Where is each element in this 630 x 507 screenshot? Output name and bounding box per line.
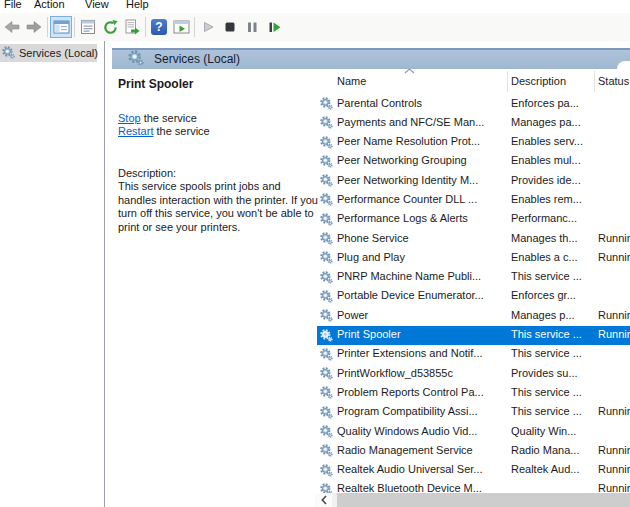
service-name-cell: Power <box>337 309 368 321</box>
refresh-icon <box>102 19 119 36</box>
stop-service-suffix: the service <box>141 112 197 124</box>
forward-button[interactable] <box>23 16 45 38</box>
service-name-cell: Parental Controls <box>337 97 422 109</box>
restart-service-button[interactable] <box>263 16 285 38</box>
service-row[interactable]: Plug and Play Enables a c... Running <box>317 248 630 267</box>
refresh-button[interactable] <box>99 16 121 38</box>
back-icon <box>3 18 21 36</box>
service-row[interactable]: Realtek Bluetooth Device M... Running <box>317 480 630 494</box>
service-row[interactable]: Program Compatibility Assi... This servi… <box>317 403 630 422</box>
service-gear-icon <box>320 155 333 168</box>
service-description-cell: Provides su... <box>511 367 578 379</box>
service-description-cell: This service ... <box>511 347 582 359</box>
start-service-button[interactable] <box>197 16 219 38</box>
service-row[interactable]: Printer Extensions and Notif... This ser… <box>317 345 630 364</box>
service-row[interactable]: Quality Windows Audio Vid... Quality Win… <box>317 422 630 441</box>
service-status-cell: Running <box>598 232 630 244</box>
toolbar-separator <box>194 17 195 37</box>
properties-icon <box>80 19 96 35</box>
service-row[interactable]: Peer Networking Identity M... Provides i… <box>317 171 630 190</box>
description-label: Description: <box>118 167 176 179</box>
restart-service-link[interactable]: Restart <box>118 125 153 137</box>
service-row[interactable]: Parental Controls Enforces pa... <box>317 94 630 113</box>
service-status-cell: Running <box>598 251 630 263</box>
header-corner-decoration <box>617 61 630 69</box>
restart-service-suffix: the service <box>153 125 209 137</box>
service-row[interactable]: Performance Counter DLL ... Enables rem.… <box>317 190 630 209</box>
service-status-cell: Running <box>598 328 630 340</box>
export-list-button[interactable] <box>121 16 143 38</box>
stop-service-link[interactable]: Stop <box>118 112 141 124</box>
service-description-cell: Enables rem... <box>511 193 582 205</box>
stop-service-button[interactable] <box>219 16 241 38</box>
horizontal-scrollbar[interactable] <box>315 493 630 507</box>
toolbar: ? <box>0 13 630 42</box>
toolbar-separator <box>47 17 48 37</box>
scrollbar-thumb[interactable] <box>337 493 630 507</box>
service-name-cell: Performance Logs & Alerts <box>337 212 468 224</box>
service-description-cell: Enforces gr... <box>511 289 576 301</box>
service-row[interactable]: PNRP Machine Name Publi... This service … <box>317 268 630 287</box>
service-row[interactable]: Phone Service Manages th... Running <box>317 229 630 248</box>
service-gear-icon <box>320 309 333 322</box>
header-gear-icon-slot <box>112 50 144 68</box>
properties-button[interactable] <box>77 16 99 38</box>
service-name-cell: Quality Windows Audio Vid... <box>337 425 477 437</box>
service-description-cell: This service ... <box>511 386 582 398</box>
service-gear-icon <box>128 50 144 66</box>
column-divider[interactable] <box>594 71 595 92</box>
service-gear-icon <box>320 367 333 380</box>
service-name-cell: PNRP Machine Name Publi... <box>337 270 481 282</box>
menu-file[interactable]: File <box>0 0 26 11</box>
service-row[interactable]: Peer Name Resolution Prot... Enables ser… <box>317 133 630 152</box>
menu-view[interactable]: View <box>81 0 113 11</box>
chevron-left-icon <box>321 495 327 505</box>
service-row[interactable]: Print Spooler This service ... Running <box>317 326 630 345</box>
service-row[interactable]: Performance Logs & Alerts Performanc... <box>317 210 630 229</box>
pause-service-button[interactable] <box>241 16 263 38</box>
service-name-cell: Performance Counter DLL ... <box>337 193 477 205</box>
service-name-cell: Realtek Audio Universal Ser... <box>337 463 483 475</box>
service-description-cell: This service ... <box>511 270 582 282</box>
service-row[interactable]: Radio Management Service Radio Mana... R… <box>317 441 630 460</box>
service-row[interactable]: Peer Networking Grouping Enables mul... <box>317 152 630 171</box>
service-gear-icon <box>320 348 333 361</box>
service-row[interactable]: PrintWorkflow_d53855c Provides su... <box>317 364 630 383</box>
column-header-description[interactable]: Description <box>511 75 566 87</box>
scroll-left-button[interactable] <box>315 493 332 507</box>
service-row[interactable]: Payments and NFC/SE Man... Manages pa... <box>317 113 630 132</box>
service-description-cell: Enforces pa... <box>511 97 579 109</box>
console-tree-pane: Services (Local) <box>0 41 105 507</box>
tree-item-label: Services (Local) <box>19 47 98 59</box>
service-gear-icon <box>320 464 333 477</box>
service-description-cell: Performanc... <box>511 212 577 224</box>
service-name-cell: Phone Service <box>337 232 409 244</box>
restart-service-line: Restart the service <box>118 125 210 137</box>
menu-help[interactable]: Help <box>122 0 153 11</box>
menu-action[interactable]: Action <box>30 0 69 11</box>
column-header-status[interactable]: Status <box>598 75 629 87</box>
service-gear-icon <box>320 136 333 149</box>
action-pane-icon <box>173 20 190 35</box>
description-text: This service spools print jobs and handl… <box>118 180 322 234</box>
service-name-cell: PrintWorkflow_d53855c <box>337 367 453 379</box>
service-description-cell: Manages p... <box>511 309 575 321</box>
service-description-cell: This service ... <box>511 405 582 417</box>
service-row[interactable]: Realtek Audio Universal Ser... Realtek A… <box>317 461 630 480</box>
services-header-title: Services (Local) <box>154 52 240 66</box>
show-console-tree-button[interactable] <box>50 16 72 38</box>
help-button[interactable]: ? <box>148 16 170 38</box>
service-name-cell: Program Compatibility Assi... <box>337 405 478 417</box>
column-header-name[interactable]: Name <box>337 75 366 87</box>
service-row[interactable]: Problem Reports Control Pa... This servi… <box>317 383 630 402</box>
service-row[interactable]: Power Manages p... Running <box>317 306 630 325</box>
service-gear-icon <box>320 251 333 264</box>
tree-item-services-local[interactable]: Services (Local) <box>0 44 97 62</box>
column-divider[interactable] <box>507 71 508 92</box>
show-action-pane-button[interactable] <box>170 16 192 38</box>
stop-service-icon <box>222 19 238 35</box>
pause-service-icon <box>244 19 260 35</box>
service-description-cell: Quality Win... <box>511 425 576 437</box>
back-button[interactable] <box>1 16 23 38</box>
service-row[interactable]: Portable Device Enumerator... Enforces g… <box>317 287 630 306</box>
